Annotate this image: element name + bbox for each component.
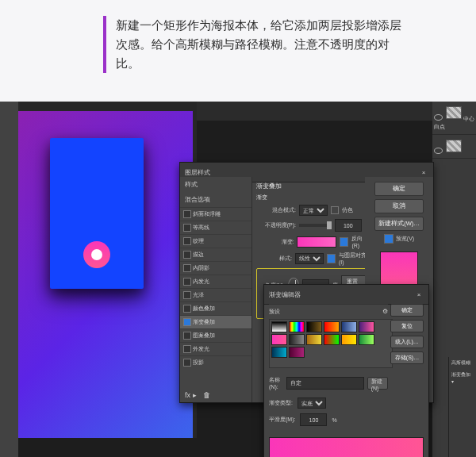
opacity-input[interactable] — [335, 219, 362, 232]
preset-swatch[interactable] — [341, 321, 357, 332]
dialog-title: 图层样式 — [185, 168, 210, 177]
section-title: 渐变叠加 — [256, 182, 370, 190]
checkbox-icon[interactable] — [183, 291, 191, 299]
photoshop-window: 中心白点 图层样式 × 样式 混合选项 斜面和浮雕 等高线 纹理 描边 内阴影 … — [0, 102, 476, 457]
cancel-button[interactable]: 取消 — [374, 199, 424, 213]
effect-gradient-overlay[interactable]: 渐变叠加 — [180, 315, 251, 328]
checkbox-icon[interactable] — [183, 224, 191, 232]
effect-label: 内发光 — [193, 278, 209, 284]
eye-icon[interactable] — [434, 114, 443, 121]
preset-swatch[interactable] — [306, 321, 322, 332]
smoothness-input[interactable] — [300, 413, 327, 426]
preset-swatch[interactable] — [289, 347, 305, 358]
checkbox-icon[interactable] — [183, 210, 191, 218]
new-style-button[interactable]: 新建样式(W)… — [374, 217, 424, 231]
slider-knob-icon[interactable] — [327, 221, 332, 229]
effect-pattern-overlay[interactable]: 图案叠加 — [180, 328, 251, 342]
checkbox-icon[interactable] — [183, 318, 191, 326]
layer-thumbnail[interactable] — [446, 106, 462, 119]
type-select[interactable]: 实底 — [298, 397, 326, 409]
cancel-button[interactable]: 复位 — [390, 320, 424, 332]
effect-label: 斜面和浮雕 — [193, 211, 221, 217]
checkbox-icon[interactable] — [183, 359, 191, 367]
gradient-bar[interactable] — [269, 437, 424, 457]
preset-swatch[interactable] — [271, 334, 287, 345]
reverse-checkbox[interactable] — [340, 237, 349, 247]
preset-swatch[interactable] — [324, 334, 340, 345]
preset-swatch[interactable] — [289, 334, 305, 345]
circle-inner-dot — [91, 249, 102, 260]
effects-list: 样式 混合选项 斜面和浮雕 等高线 纹理 描边 内阴影 内发光 光泽 颜色叠加 … — [180, 177, 252, 402]
effect-color-overlay[interactable]: 颜色叠加 — [180, 301, 251, 315]
effect-inner-shadow[interactable]: 内阴影 — [180, 261, 251, 275]
effect-label: 描边 — [193, 252, 204, 257]
effect-satin[interactable]: 光泽 — [180, 288, 251, 301]
checkbox-icon[interactable] — [183, 264, 191, 272]
dialog-actions: 确定 复位 载入(L)… 存储(S)… — [390, 304, 424, 364]
checkbox-icon[interactable] — [183, 251, 191, 259]
name-input[interactable] — [286, 377, 364, 390]
effect-bevel[interactable]: 斜面和浮雕 — [180, 207, 251, 221]
blend-mode-select[interactable]: 正常 — [299, 205, 328, 216]
save-button[interactable]: 存储(S)… — [390, 351, 424, 364]
close-icon[interactable]: × — [414, 290, 424, 298]
preset-swatch[interactable] — [289, 321, 305, 332]
preset-swatch[interactable] — [341, 334, 357, 345]
preview-label: 预览(V) — [396, 235, 414, 243]
effects-mini-panel[interactable]: 高斯模糊 渐变叠加 ▾ — [448, 357, 476, 457]
gradient-label: 渐变: — [256, 238, 294, 246]
dialog-title: 渐变编辑器 — [269, 290, 301, 299]
align-checkbox[interactable] — [327, 254, 336, 263]
mini-gauss[interactable]: 高斯模糊 — [451, 359, 474, 367]
effect-stroke[interactable]: 描边 — [180, 248, 251, 261]
gradient-preview[interactable] — [297, 236, 336, 248]
tool-palette[interactable] — [0, 102, 18, 457]
layer-thumbnail[interactable] — [446, 140, 462, 152]
preset-swatch[interactable] — [359, 334, 374, 345]
effects-heading-blend[interactable]: 混合选项 — [180, 192, 251, 207]
checkbox-icon[interactable] — [183, 332, 191, 340]
close-icon[interactable]: × — [419, 168, 428, 176]
effect-label: 颜色叠加 — [193, 305, 215, 311]
eye-icon[interactable] — [434, 148, 443, 154]
preview-checkbox[interactable] — [384, 234, 393, 244]
poster-rectangle[interactable] — [50, 138, 144, 289]
new-button[interactable]: 新建(N) — [367, 377, 388, 390]
preset-swatch[interactable] — [324, 321, 340, 332]
dither-checkbox[interactable] — [331, 206, 339, 214]
preset-swatch[interactable] — [359, 321, 374, 332]
smoothness-label: 平滑度(M): — [269, 416, 295, 424]
gear-icon[interactable]: ⚙ — [382, 308, 388, 316]
effect-texture[interactable]: 纹理 — [180, 234, 251, 248]
checkbox-icon[interactable] — [183, 278, 191, 286]
effect-drop-shadow[interactable]: 投影 — [180, 355, 251, 369]
style-select[interactable]: 线性 — [295, 253, 324, 264]
checkbox-icon[interactable] — [183, 345, 191, 353]
checkbox-icon[interactable] — [183, 237, 191, 245]
ok-button[interactable]: 确定 — [374, 182, 424, 196]
load-button[interactable]: 载入(L)… — [390, 336, 424, 348]
preset-swatch[interactable] — [271, 347, 287, 358]
mini-grad-overlay[interactable]: 渐变叠加 ▾ — [451, 371, 474, 384]
opacity-slider[interactable] — [299, 224, 332, 227]
style-label: 样式: — [256, 255, 292, 263]
preset-swatch[interactable] — [271, 321, 287, 332]
effect-inner-glow[interactable]: 内发光 — [180, 275, 251, 288]
tutorial-caption: 新建一个矩形作为海报本体，给它添加两层投影增添层次感。给个高斯模糊与路径模糊。注… — [116, 16, 409, 73]
dither-label: 仿色 — [342, 206, 353, 214]
effect-outer-glow[interactable]: 外发光 — [180, 342, 251, 355]
gradient-circle[interactable] — [83, 241, 110, 268]
type-label: 渐变类型: — [269, 399, 293, 407]
effect-label: 纹理 — [193, 238, 204, 244]
effect-label: 渐变叠加 — [193, 319, 215, 325]
effect-label: 外发光 — [193, 346, 209, 351]
preset-swatch[interactable] — [306, 334, 322, 345]
effect-contour[interactable]: 等高线 — [180, 221, 251, 234]
ok-button[interactable]: 确定 — [390, 304, 424, 317]
presets-label: 预设 — [269, 308, 280, 316]
trash-icon[interactable]: 🗑 — [203, 391, 210, 399]
percent-unit: % — [332, 417, 336, 423]
checkbox-icon[interactable] — [183, 305, 191, 313]
fx-icon[interactable]: fx ▸ — [185, 391, 197, 399]
canvas-area[interactable] — [18, 102, 197, 438]
